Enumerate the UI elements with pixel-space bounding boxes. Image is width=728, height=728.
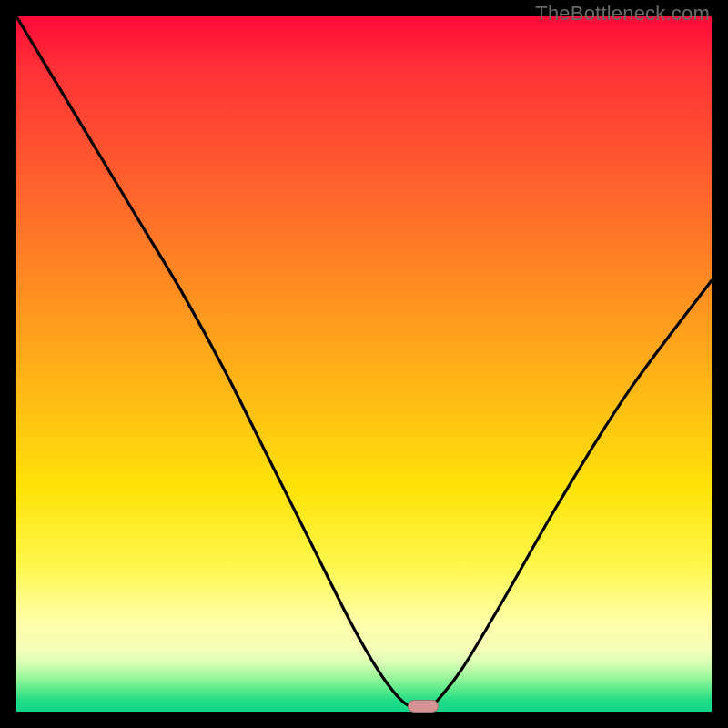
watermark-text: TheBottleneck.com [535, 2, 710, 25]
chart-frame: TheBottleneck.com [0, 0, 728, 728]
plot-area [16, 16, 712, 712]
bottleneck-curve [16, 16, 712, 712]
minimum-marker [408, 700, 439, 713]
